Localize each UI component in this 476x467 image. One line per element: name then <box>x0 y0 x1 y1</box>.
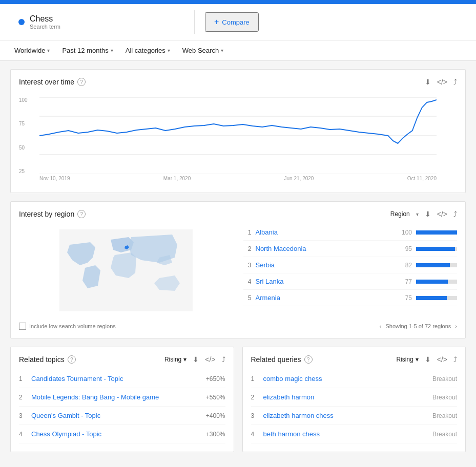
region-footer: Include low search volume regions ‹ Show… <box>19 323 457 330</box>
region-bar-container-3 <box>416 263 457 267</box>
region-embed-icon[interactable]: </> <box>437 210 447 218</box>
related-query-item-4: 4 beth harmon chess Breakout <box>251 425 458 443</box>
topics-download-icon[interactable]: ⬇ <box>193 355 199 364</box>
region-value-1: 100 <box>397 229 412 236</box>
related-query-item-3: 3 elizabeth harmon chess Breakout <box>251 407 458 425</box>
low-volume-checkbox[interactable] <box>19 323 26 330</box>
chart-x-labels: Nov 10, 2019 Mar 1, 2020 Jun 21, 2020 Oc… <box>39 176 437 181</box>
topic-value-1: +650% <box>206 375 225 383</box>
y-label-100: 100 <box>19 97 28 103</box>
region-name-2[interactable]: North Macedonia <box>256 245 393 252</box>
interest-over-time-title: Interest over time ? <box>19 78 86 86</box>
period-filter[interactable]: Past 12 months ▾ <box>58 45 117 56</box>
rising-filter-queries[interactable]: Rising ▾ <box>396 356 418 363</box>
topic-rank-4: 4 <box>19 431 27 438</box>
region-name-5[interactable]: Armenia <box>256 294 393 302</box>
location-filter[interactable]: Worldwide ▾ <box>10 45 54 56</box>
topic-name-1[interactable]: Candidates Tournament - Topic <box>31 375 206 383</box>
query-name-3[interactable]: elizabeth harmon chess <box>263 412 432 419</box>
search-type-filter[interactable]: Web Search ▾ <box>178 45 227 56</box>
query-value-3: Breakout <box>432 412 457 419</box>
share-icon[interactable]: ⤴ <box>453 78 457 86</box>
topic-name-2[interactable]: Mobile Legends: Bang Bang - Mobile game <box>31 393 206 401</box>
x-label-2: Mar 1, 2020 <box>163 176 191 181</box>
topics-share-icon[interactable]: ⤴ <box>222 355 225 364</box>
interest-by-region-title: Interest by region ? <box>19 210 86 218</box>
embed-icon[interactable]: </> <box>437 78 447 86</box>
main-content: Interest over time ? ⬇ </> ⤴ 100 75 50 2… <box>0 61 476 460</box>
region-download-icon[interactable]: ⬇ <box>425 210 431 218</box>
search-type-arrow: ▾ <box>221 48 223 53</box>
query-name-2[interactable]: elizabeth harmon <box>263 393 432 401</box>
topic-name-4[interactable]: Chess Olympiad - Topic <box>31 430 206 438</box>
topic-name-3[interactable]: Queen's Gambit - Topic <box>31 412 206 419</box>
region-bar-4 <box>416 280 448 284</box>
queries-share-icon[interactable]: ⤴ <box>453 355 457 364</box>
query-rank-1: 1 <box>251 375 259 383</box>
plus-icon: + <box>214 17 219 27</box>
x-label-4: Oct 11, 2020 <box>407 176 437 181</box>
region-value-2: 95 <box>397 245 412 252</box>
query-name-1[interactable]: combo magic chess <box>263 375 432 383</box>
region-name-3[interactable]: Serbia <box>256 261 393 269</box>
chart-area: 100 75 50 25 Nov 10, 2019 Mar 1, 2020 Ju… <box>19 92 457 184</box>
low-volume-label[interactable]: Include low search volume regions <box>19 323 116 330</box>
search-term-block: Chess Search term <box>10 10 195 34</box>
query-rank-3: 3 <box>251 412 259 419</box>
interest-over-time-card: Interest over time ? ⬇ </> ⤴ 100 75 50 2… <box>10 69 466 193</box>
interest-over-time-help[interactable]: ? <box>77 78 86 86</box>
region-list: 1 Albania 100 2 North Macedonia 95 <box>243 224 458 316</box>
topic-rank-1: 1 <box>19 375 27 383</box>
related-topic-item-1: 1 Candidates Tournament - Topic +650% <box>19 370 225 388</box>
queries-embed-icon[interactable]: </> <box>437 355 447 364</box>
y-label-50: 50 <box>19 145 28 151</box>
prev-page[interactable]: ‹ <box>380 323 382 329</box>
location-label: Worldwide <box>14 47 45 54</box>
query-rank-2: 2 <box>251 394 259 401</box>
search-type-label: Web Search <box>182 47 219 54</box>
region-item-3: 3 Serbia 82 <box>243 257 458 273</box>
search-dot <box>18 19 25 25</box>
next-page[interactable]: › <box>455 323 457 329</box>
region-bar-container-4 <box>416 280 457 284</box>
download-icon[interactable]: ⬇ <box>425 78 431 86</box>
query-name-4[interactable]: beth harmon chess <box>263 430 432 438</box>
region-rank-1: 1 <box>243 229 252 236</box>
related-queries-title: Related queries ? <box>251 355 313 364</box>
region-rank-4: 4 <box>243 278 252 285</box>
region-item-4: 4 Sri Lanka 77 <box>243 273 458 290</box>
related-queries-help[interactable]: ? <box>304 355 313 364</box>
category-label: All categories <box>126 47 165 54</box>
region-item-2: 2 North Macedonia 95 <box>243 241 458 257</box>
region-filter-arrow[interactable]: ▾ <box>416 211 419 217</box>
region-item-1: 1 Albania 100 <box>243 224 458 241</box>
region-share-icon[interactable]: ⤴ <box>453 210 457 218</box>
related-topics-title: Related topics ? <box>19 355 76 364</box>
region-bar-container-1 <box>416 230 457 235</box>
interest-by-region-help[interactable]: ? <box>77 210 86 218</box>
related-queries-card: Related queries ? Rising ▾ ⬇ </> ⤴ 1 com… <box>242 347 466 452</box>
region-content: 1 Albania 100 2 North Macedonia 95 <box>19 224 457 316</box>
map-container <box>19 224 233 316</box>
chart-y-labels: 100 75 50 25 <box>19 97 28 174</box>
pagination-label: Showing 1-5 of 72 regions <box>386 323 451 329</box>
queries-download-icon[interactable]: ⬇ <box>425 355 431 364</box>
query-value-2: Breakout <box>432 394 457 401</box>
region-name-1[interactable]: Albania <box>256 228 393 236</box>
interest-over-time-header: Interest over time ? ⬇ </> ⤴ <box>19 78 457 86</box>
related-topics-help[interactable]: ? <box>68 355 76 364</box>
related-query-item-2: 2 elizabeth harmon Breakout <box>251 388 458 407</box>
category-arrow: ▾ <box>168 48 170 53</box>
related-topics-card: Related topics ? Rising ▾ ⬇ </> ⤴ 1 Cand… <box>10 347 234 452</box>
region-name-4[interactable]: Sri Lanka <box>256 278 393 285</box>
search-term-label: Search term <box>30 24 60 30</box>
topics-embed-icon[interactable]: </> <box>205 355 215 364</box>
category-filter[interactable]: All categories ▾ <box>121 45 174 56</box>
y-label-25: 25 <box>19 168 28 174</box>
topic-rank-2: 2 <box>19 394 27 401</box>
query-value-1: Breakout <box>432 375 457 383</box>
related-topic-item-4: 4 Chess Olympiad - Topic +300% <box>19 425 225 443</box>
region-rank-3: 3 <box>243 262 252 269</box>
rising-filter-topics[interactable]: Rising ▾ <box>164 356 187 363</box>
compare-button[interactable]: + Compare <box>205 12 259 32</box>
